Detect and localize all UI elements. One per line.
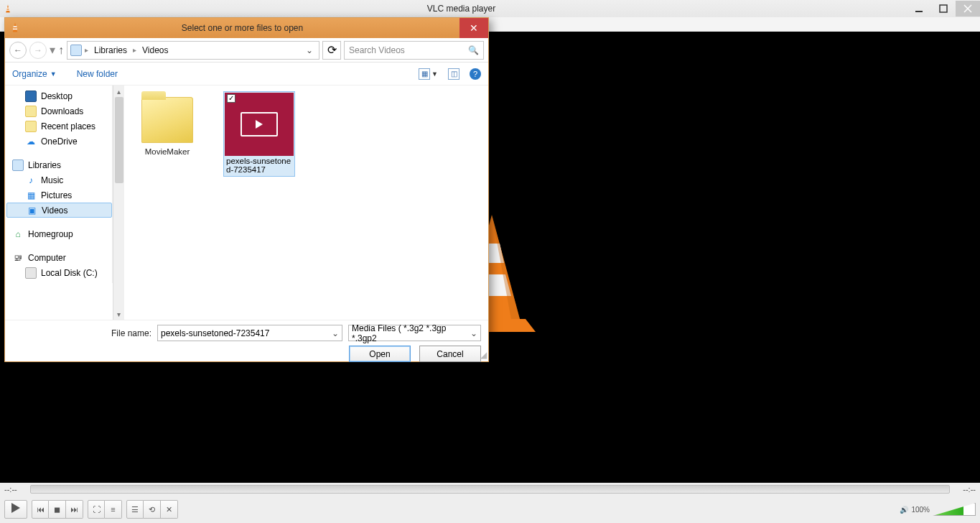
speaker-icon[interactable]: 🔊 [900, 506, 908, 514]
refresh-button[interactable]: ⟳ [322, 41, 341, 60]
tree-videos[interactable]: ▣Videos [6, 203, 112, 218]
dialog-footer: File name: pexels-sunsetoned-7235417 ⌄ M… [5, 320, 488, 361]
dialog-body: Desktop Downloads Recent places ☁OneDriv… [5, 85, 488, 320]
tree-label: Computer [28, 253, 66, 263]
tree-label: Music [41, 175, 63, 185]
organize-button[interactable]: Organize ▼ [12, 69, 57, 79]
prev-icon: ⏮ [37, 505, 45, 514]
chevron-right-icon: ▸ [85, 46, 88, 54]
chevron-down-icon[interactable]: ⌄ [332, 328, 339, 338]
file-list[interactable]: MovieMaker ✓ pexels-sunsetone d-7235417 [124, 85, 488, 320]
homegroup-icon: ⌂ [12, 228, 24, 240]
search-placeholder: Search Videos [349, 45, 405, 55]
nav-up-button[interactable]: ↑ [58, 44, 64, 57]
next-button[interactable]: ⏭ [66, 500, 83, 519]
svg-rect-14 [14, 26, 17, 27]
help-button[interactable]: ? [470, 68, 481, 80]
tree-music[interactable]: ♪Music [6, 172, 112, 188]
libraries-icon [70, 45, 82, 56]
volume-label: 100% [911, 506, 930, 514]
tree-pictures[interactable]: ▦Pictures [6, 188, 112, 203]
preview-pane-button[interactable]: ◫ [448, 68, 459, 80]
tree-local-c[interactable]: Local Disk (C:) [6, 265, 112, 280]
search-input[interactable]: Search Videos 🔍 [344, 41, 484, 60]
nav-forward-button[interactable]: → [29, 42, 47, 59]
tree-label: Libraries [28, 160, 61, 170]
file-label-line: pexels-sunsetone [226, 157, 291, 165]
vlc-titlebar: VLC media player [0, 0, 980, 17]
crumb-libraries[interactable]: Libraries [91, 44, 130, 57]
resize-grip-icon[interactable]: ◢ [480, 350, 487, 360]
tree-computer[interactable]: 🖳Computer [6, 250, 112, 265]
folder-moviemaker[interactable]: MovieMaker [131, 91, 203, 156]
vlc-cone-icon [9, 22, 21, 35]
svg-rect-1 [6, 8, 9, 9]
view-mode-button[interactable]: ▦ ▼ [419, 68, 438, 80]
cancel-button[interactable]: Cancel [419, 346, 481, 362]
new-folder-button[interactable]: New folder [77, 69, 118, 79]
stop-button[interactable]: ◼ [49, 500, 66, 519]
open-button[interactable]: Open [349, 346, 411, 362]
breadcrumb-dropdown[interactable]: ⌄ [303, 45, 316, 55]
chevron-down-icon: ▼ [431, 70, 438, 78]
scroll-down-icon[interactable]: ▾ [113, 308, 124, 320]
vlc-cone-icon [0, 4, 16, 14]
shuffle-icon: ✕ [166, 505, 172, 514]
downloads-icon [25, 106, 37, 117]
tree-libraries[interactable]: Libraries [6, 157, 112, 172]
scrollbar-thumb[interactable] [115, 97, 123, 183]
tree-label: Homegroup [28, 229, 73, 239]
nav-back-button[interactable]: ← [9, 42, 27, 59]
tree-scrollbar[interactable]: ▴ ▾ [113, 85, 124, 320]
folder-icon [141, 97, 193, 143]
volume-area: 🔊 100% [900, 503, 976, 516]
cloud-icon: ☁ [25, 136, 37, 147]
play-button[interactable] [4, 500, 27, 519]
tree-downloads[interactable]: Downloads [6, 103, 112, 119]
fullscreen-button[interactable]: ⛶ [88, 500, 105, 519]
drive-icon [25, 267, 37, 279]
tree-homegroup[interactable]: ⌂Homegroup [6, 226, 112, 241]
dialog-close-button[interactable]: ✕ [459, 18, 488, 38]
minimize-button[interactable] [907, 1, 931, 17]
file-type-filter[interactable]: Media Files ( *.3g2 *.3gp *.3gp2 ⌄ [348, 325, 481, 341]
tree-onedrive[interactable]: ☁OneDrive [6, 134, 112, 149]
playlist-button[interactable]: ☰ [126, 500, 144, 519]
spacer [6, 241, 112, 250]
next-icon: ⏭ [70, 505, 78, 514]
file-checkbox[interactable]: ✓ [227, 94, 235, 103]
spacer [6, 218, 112, 226]
file-label-line: d-7235417 [226, 165, 266, 174]
computer-icon: 🖳 [12, 252, 24, 264]
volume-slider[interactable] [933, 503, 976, 516]
close-button[interactable] [956, 1, 980, 17]
tree-recent[interactable]: Recent places [6, 119, 112, 134]
crumb-videos[interactable]: Videos [139, 44, 171, 57]
maximize-button[interactable] [931, 1, 956, 17]
music-icon: ♪ [25, 175, 37, 186]
tree-label: Downloads [41, 106, 83, 116]
scroll-up-icon[interactable]: ▴ [113, 85, 124, 97]
shuffle-button[interactable]: ✕ [161, 500, 178, 519]
tree-label: Recent places [41, 121, 95, 131]
search-icon: 🔍 [468, 45, 479, 55]
nav-tree[interactable]: Desktop Downloads Recent places ☁OneDriv… [5, 85, 113, 283]
file-video-selected[interactable]: ✓ pexels-sunsetone d-7235417 [223, 91, 295, 177]
organize-label: Organize [12, 69, 47, 79]
file-name-label: File name: [111, 328, 151, 338]
tree-label: OneDrive [41, 136, 78, 147]
breadcrumb[interactable]: ▸ Libraries ▸ Videos ⌄ [67, 41, 319, 60]
recent-locations-button[interactable]: ▾ [50, 43, 55, 57]
file-open-dialog: Select one or more files to open ✕ ← → ▾… [4, 17, 489, 362]
tree-desktop[interactable]: Desktop [6, 88, 112, 103]
dialog-title: Select one or more files to open [25, 23, 459, 33]
tree-label: Pictures [41, 190, 72, 200]
file-name-input[interactable]: pexels-sunsetoned-7235417 ⌄ [157, 325, 342, 341]
seek-slider[interactable] [30, 485, 950, 494]
prev-button[interactable]: ⏮ [32, 500, 49, 519]
ext-settings-button[interactable]: ≡ [105, 500, 122, 519]
refresh-icon: ⟳ [327, 43, 337, 57]
loop-button[interactable]: ⟲ [144, 500, 161, 519]
chevron-down-icon[interactable]: ⌄ [470, 328, 477, 338]
fullscreen-icon: ⛶ [93, 505, 101, 514]
